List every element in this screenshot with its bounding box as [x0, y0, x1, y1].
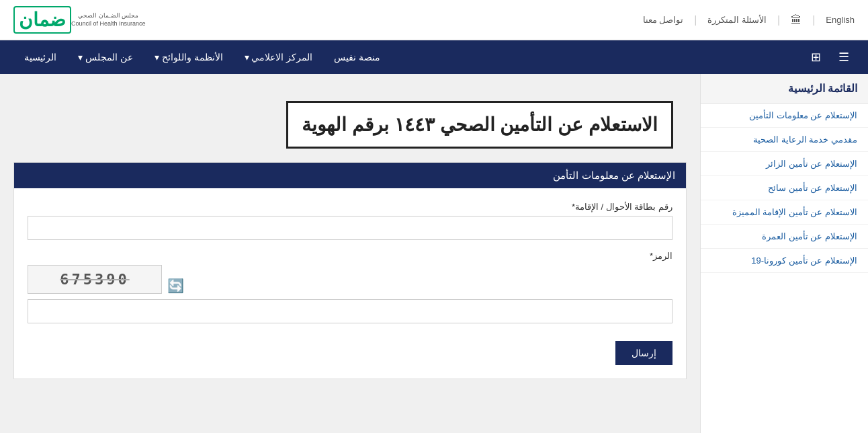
captcha-value: 675390	[60, 271, 129, 288]
sidebar-item-healthcare-providers[interactable]: مقدمي خدمة الرعاية الصحية	[701, 128, 868, 152]
sidebar-item-visitor-insurance[interactable]: الإستعلام عن تأمين الزائر	[701, 152, 868, 176]
sidebar-item-tourist-insurance[interactable]: الإستعلام عن تأمين سائح	[701, 176, 868, 200]
nav-item-council[interactable]: عن المجلس ▾	[67, 42, 144, 72]
page-title: الاستعلام عن التأمين الصحي ١٤٤٣ برقم اله…	[302, 114, 658, 135]
nav-bar: ☰ ⊞ منصة نفيس المركز الاعلامي ▾ الأنظمة …	[0, 40, 868, 74]
form-title: الإستعلام عن معلومات التأمن	[553, 169, 675, 181]
captcha-refresh-icon[interactable]: 🔄	[167, 278, 184, 294]
id-input[interactable]	[28, 216, 672, 240]
submit-group: إرسال	[28, 334, 672, 365]
sidebar-item-insurance-info[interactable]: الإستعلام عن معلومات التأمين	[701, 104, 868, 128]
nav-links: منصة نفيس المركز الاعلامي ▾ الأنظمة والل…	[13, 42, 391, 72]
english-link[interactable]: English	[826, 15, 855, 25]
submit-button[interactable]: إرسال	[615, 341, 672, 365]
nav-item-home[interactable]: الرئيسية	[13, 42, 67, 72]
page-title-box: الاستعلام عن التأمين الصحي ١٤٤٣ برقم اله…	[286, 101, 673, 149]
sidebar-item-premium-residency[interactable]: الاستعلام عن تأمين الإقامة المميزة	[701, 200, 868, 225]
nav-item-regulations[interactable]: الأنظمة واللوائح ▾	[144, 42, 234, 72]
sidebar-menu: الإستعلام عن معلومات التأمين مقدمي خدمة …	[701, 104, 868, 273]
nav-item-media[interactable]: المركز الاعلامي ▾	[234, 42, 324, 72]
content-area: الاستعلام عن التأمين الصحي ١٤٤٣ برقم اله…	[0, 74, 700, 433]
form-body: رقم بطاقة الأحوال / الإقامة* الرمز* 6753…	[14, 188, 686, 379]
nav-item-nifis[interactable]: منصة نفيس	[323, 42, 391, 72]
form-section: الإستعلام عن معلومات التأمن رقم بطاقة ال…	[13, 162, 687, 379]
captcha-image: 675390	[28, 265, 162, 294]
logo-box: ضمان	[13, 6, 71, 34]
main-container: القائمة الرئيسية الإستعلام عن معلومات ال…	[0, 74, 868, 433]
grid-icon[interactable]: ⊞	[806, 47, 826, 67]
captcha-input[interactable]	[28, 299, 672, 323]
sidebar-item-corona-insurance[interactable]: الإستعلام عن تأمين كورونا-19	[701, 249, 868, 273]
logo-subtext: مجلس الضـمان الصحيCouncil of Health Insu…	[71, 12, 146, 28]
faq-link[interactable]: الأسئلة المتكررة	[707, 15, 767, 25]
sidebar-item-umrah-insurance[interactable]: الإستعلام عن تأمين العمرة	[701, 225, 868, 249]
top-bar: English | 🏛 | الأسئلة المتكررة | تواصل م…	[0, 0, 868, 40]
sidebar-title: القائمة الرئيسية	[701, 74, 868, 104]
top-bar-links: English | 🏛 | الأسئلة المتكررة | تواصل م…	[643, 14, 855, 26]
id-label: رقم بطاقة الأحوال / الإقامة*	[28, 202, 672, 212]
sidebar: القائمة الرئيسية الإستعلام عن معلومات ال…	[700, 74, 868, 433]
buildings-icon: 🏛	[791, 14, 801, 26]
logo-text: ضمان	[19, 9, 66, 31]
id-field-group: رقم بطاقة الأحوال / الإقامة*	[28, 202, 672, 240]
menu-icon[interactable]: ☰	[833, 47, 855, 67]
captcha-label: الرمز*	[28, 251, 672, 261]
contact-link[interactable]: تواصل معنا	[643, 15, 684, 25]
form-header: الإستعلام عن معلومات التأمن	[14, 163, 686, 188]
nav-icons: ☰ ⊞	[806, 47, 855, 67]
logo: مجلس الضـمان الصحيCouncil of Health Insu…	[13, 6, 148, 34]
captcha-section: الرمز* 675390 🔄	[28, 251, 672, 323]
